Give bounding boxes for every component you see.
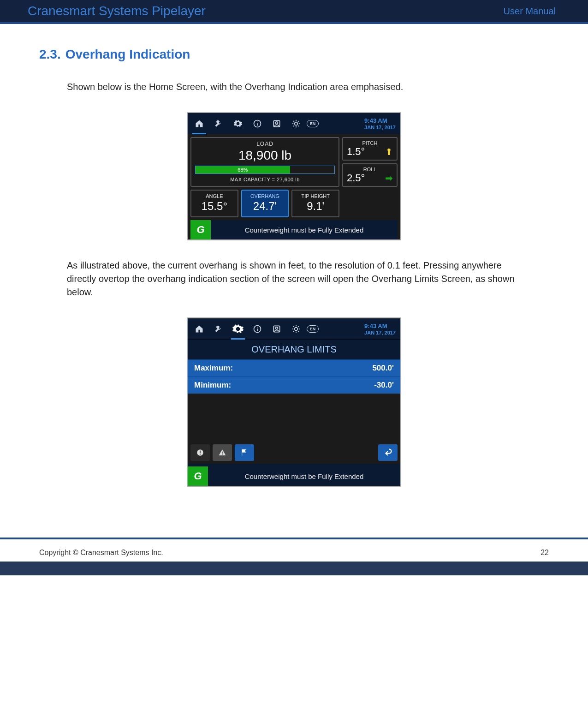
paragraph-2: As illustrated above, the current overha… — [67, 259, 528, 299]
load-card[interactable]: LOAD 18,900 lb 68% MAX CAPACITY = 27,600… — [190, 137, 339, 187]
brightness-icon[interactable] — [287, 113, 305, 134]
limit-max-label: Maximum: — [194, 364, 233, 373]
time-text: 9:43 AM — [364, 323, 396, 330]
copyright-text: Copyright © Cranesmart Systems Inc. — [39, 549, 163, 557]
load-percent: 68% — [196, 166, 290, 173]
section-number: 2.3. — [39, 47, 61, 61]
max-capacity: MAX CAPACITY = 27,600 lb — [195, 177, 335, 182]
home-icon[interactable] — [190, 113, 208, 134]
counterweight-text: Counterweight must be Fully Extended — [211, 226, 398, 234]
counterweight-text: Counterweight must be Fully Extended — [208, 472, 400, 480]
load-progress: 68% — [195, 166, 335, 174]
limit-max-value: 500.0' — [372, 364, 394, 373]
limits-title: OVERHANG LIMITS — [188, 340, 400, 359]
angle-value: 15.5° — [193, 200, 236, 213]
svg-point-8 — [257, 327, 258, 328]
svg-rect-16 — [222, 454, 223, 455]
bottom-strip — [0, 562, 588, 575]
svg-rect-15 — [222, 452, 223, 454]
svg-point-5 — [295, 122, 298, 125]
doc-title: Cranesmart Systems Pipelayer — [28, 4, 206, 18]
brightness-icon[interactable] — [287, 318, 305, 340]
page-header: Cranesmart Systems Pipelayer User Manual — [0, 0, 588, 24]
doc-subtitle: User Manual — [504, 6, 556, 17]
load-value: 18,900 lb — [195, 148, 335, 163]
page-footer: Copyright © Cranesmart Systems Inc. 22 — [0, 538, 588, 562]
pitch-arrow-up-icon: ⬆ — [385, 146, 393, 157]
overhang-limits-screen: EN 9:43 AM JAN 17, 2017 OVERHANG LIMITS … — [187, 317, 401, 487]
angle-label: ANGLE — [193, 193, 236, 199]
topbar: EN 9:43 AM JAN 17, 2017 — [188, 113, 400, 134]
action-row — [188, 444, 400, 464]
clock: 9:43 AM JAN 17, 2017 — [364, 321, 400, 337]
user-icon[interactable] — [268, 113, 285, 134]
home-icon[interactable] — [190, 318, 208, 340]
gear-icon[interactable] — [229, 113, 247, 134]
alert-button[interactable] — [190, 444, 210, 461]
overhang-label: OVERHANG — [244, 193, 286, 199]
roll-value: 2.5° — [347, 172, 365, 184]
svg-point-10 — [276, 327, 278, 329]
counterweight-icon: G — [190, 220, 211, 239]
angle-card[interactable]: ANGLE 15.5° — [190, 190, 238, 217]
wrench-icon[interactable] — [210, 113, 227, 134]
topbar-2: EN 9:43 AM JAN 17, 2017 — [188, 318, 400, 340]
time-text: 9:43 AM — [364, 118, 396, 125]
svg-point-4 — [276, 121, 278, 124]
info-icon[interactable] — [249, 318, 266, 340]
svg-rect-14 — [200, 454, 201, 455]
warning-button[interactable] — [213, 444, 232, 461]
roll-label: ROLL — [347, 167, 393, 172]
limit-row-min[interactable]: Minimum: -30.0' — [188, 376, 400, 394]
info-icon[interactable] — [249, 113, 266, 134]
roll-arrow-right-icon: ➡ — [385, 173, 393, 184]
svg-point-11 — [295, 327, 298, 330]
tip-height-label: TIP HEIGHT — [294, 193, 337, 199]
page-number: 22 — [540, 549, 549, 557]
pitch-label: PITCH — [347, 140, 393, 146]
tip-height-card[interactable]: TIP HEIGHT 9.1' — [291, 190, 339, 217]
section-title: Overhang Indication — [65, 47, 190, 61]
svg-rect-13 — [200, 451, 201, 454]
clock: 9:43 AM JAN 17, 2017 — [364, 116, 400, 131]
overhang-card[interactable]: OVERHANG 24.7' — [241, 190, 289, 217]
tip-height-value: 9.1' — [294, 200, 337, 213]
limit-min-label: Minimum: — [194, 381, 231, 390]
svg-point-2 — [257, 121, 258, 122]
counterweight-icon: G — [188, 466, 208, 486]
user-icon[interactable] — [268, 318, 285, 340]
limit-min-value: -30.0' — [374, 381, 394, 390]
limit-row-max[interactable]: Maximum: 500.0' — [188, 359, 400, 376]
date-text: JAN 17, 2017 — [364, 330, 396, 336]
pitch-value: 1.5° — [347, 146, 365, 158]
back-button[interactable] — [378, 444, 398, 461]
counterweight-bar: G Counterweight must be Fully Extended — [190, 220, 398, 239]
section-heading: 2.3.Overhang Indication — [39, 47, 549, 62]
pitch-card[interactable]: PITCH 1.5° ⬆ — [342, 137, 398, 161]
language-icon[interactable]: EN — [307, 325, 319, 333]
roll-card[interactable]: ROLL 2.5° ➡ — [342, 163, 398, 187]
date-text: JAN 17, 2017 — [364, 125, 396, 131]
paragraph-1: Shown below is the Home Screen, with the… — [67, 80, 528, 94]
load-label: LOAD — [195, 141, 335, 147]
flag-button[interactable] — [235, 444, 254, 461]
home-screen: EN 9:43 AM JAN 17, 2017 LOAD 18,900 lb 6… — [187, 112, 401, 240]
gear-icon[interactable] — [229, 318, 247, 340]
counterweight-bar: G Counterweight must be Fully Extended — [188, 466, 400, 486]
language-icon[interactable]: EN — [307, 120, 319, 127]
overhang-value: 24.7' — [244, 200, 286, 213]
wrench-icon[interactable] — [210, 318, 227, 340]
